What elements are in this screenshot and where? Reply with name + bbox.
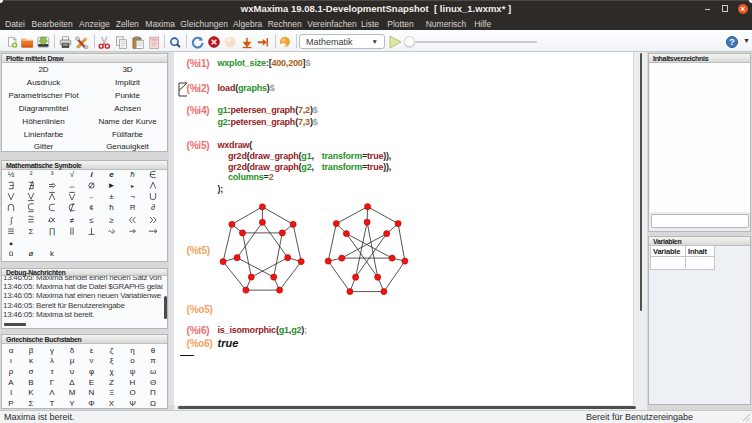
svg-text:≤: ≤ xyxy=(89,215,94,224)
svg-text:►: ► xyxy=(108,181,116,190)
svg-text:ħ: ħ xyxy=(109,203,113,212)
svg-text:↔: ↔ xyxy=(89,194,95,200)
svg-text:¢: ¢ xyxy=(89,203,93,212)
svg-text:³: ³ xyxy=(51,170,54,179)
svg-text:i: i xyxy=(90,170,93,179)
svg-text:¬: ¬ xyxy=(130,192,135,201)
svg-text:⇔: ⇔ xyxy=(68,181,76,190)
svg-text:½: ½ xyxy=(8,170,15,179)
svg-text:≠: ≠ xyxy=(70,215,75,224)
svg-text:∫: ∫ xyxy=(9,215,13,224)
svg-text:≥: ≥ xyxy=(109,215,114,224)
svg-text:k: k xyxy=(50,249,55,258)
svg-text:ü: ü xyxy=(9,249,13,258)
svg-text:►: ► xyxy=(130,183,135,189)
svg-text:Σ: Σ xyxy=(29,227,34,236)
svg-text:²: ² xyxy=(30,170,33,179)
svg-text:±: ± xyxy=(109,192,114,201)
svg-text:√: √ xyxy=(70,170,75,179)
svg-text:ø: ø xyxy=(29,249,34,258)
svg-text:e: e xyxy=(109,170,114,179)
svg-text:∏: ∏ xyxy=(49,227,56,236)
svg-text:ħ: ħ xyxy=(130,170,135,179)
svg-text:Ħ: Ħ xyxy=(130,204,135,211)
svg-text:∂: ∂ xyxy=(151,203,155,212)
svg-text:▪: ▪ xyxy=(9,237,13,248)
